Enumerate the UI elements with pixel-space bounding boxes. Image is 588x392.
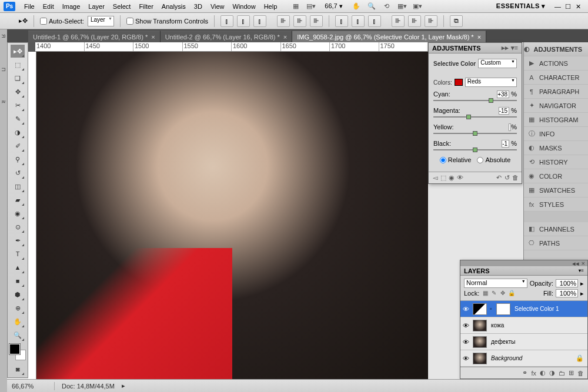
slider-track[interactable] xyxy=(433,133,517,134)
slider-thumb[interactable] xyxy=(466,115,471,119)
menu-help[interactable]: Help xyxy=(260,3,282,10)
adjustment-preset-select[interactable]: Custom xyxy=(478,59,517,68)
menu-edit[interactable]: Edit xyxy=(39,3,58,10)
lock-all-icon[interactable]: 🔒 xyxy=(508,290,515,297)
reset-icon[interactable]: ↺ xyxy=(503,174,511,182)
eyedropper-tool[interactable]: ✎ xyxy=(11,112,25,125)
colors-select[interactable]: Reds xyxy=(465,78,517,87)
layer-mask-thumb[interactable] xyxy=(496,303,510,315)
show-transform-checkbox[interactable]: Show Transform Controls xyxy=(126,18,208,25)
add-mask-icon[interactable]: ◐ xyxy=(540,369,546,377)
distribute-vcenter-icon[interactable]: ⫿ xyxy=(352,15,365,27)
document-tab[interactable]: Untitled-1 @ 66,7% (Layer 20, RGB/8) *× xyxy=(28,31,161,42)
layer-visibility-icon[interactable]: 👁 xyxy=(460,339,471,346)
status-zoom[interactable]: 66,67% xyxy=(12,383,47,390)
auto-align-icon[interactable]: ⧉ xyxy=(450,15,463,27)
delete-adjustment-icon[interactable]: 🗑 xyxy=(511,174,519,182)
opacity-input[interactable]: 100% xyxy=(556,279,578,287)
layer-name[interactable]: дефекты xyxy=(489,339,587,345)
layer-visibility-icon[interactable]: 👁 xyxy=(460,322,471,329)
dock-item-character[interactable]: ACHARACTER xyxy=(524,71,588,85)
path-select-tool[interactable]: ▲ xyxy=(11,261,25,274)
adjustments-panel-header[interactable]: ADJUSTMENTS ▸▸▾≡ xyxy=(429,43,522,53)
hand-tool-icon[interactable]: ✋ xyxy=(351,1,362,12)
slider-thumb[interactable] xyxy=(473,148,477,152)
type-tool[interactable]: T xyxy=(11,247,25,260)
auto-select-checkbox[interactable]: Auto-Select: xyxy=(40,18,84,25)
menu-3d[interactable]: 3D xyxy=(190,3,206,10)
fill-input[interactable]: 100% xyxy=(556,289,578,297)
align-left-icon[interactable]: ⊪ xyxy=(277,15,290,27)
layer-thumb-icon[interactable] xyxy=(473,353,487,364)
distribute-hcenter-icon[interactable]: ⊪ xyxy=(408,15,421,27)
dock-item-paths[interactable]: ⎔PATHS xyxy=(524,236,588,250)
pen-tool[interactable]: ✒ xyxy=(11,234,25,247)
move-tool[interactable]: ▸✥ xyxy=(11,45,25,58)
slider-value-input[interactable]: -15 xyxy=(499,107,509,115)
crop-tool[interactable]: ✂ xyxy=(11,99,25,112)
distribute-right-icon[interactable]: ⊪ xyxy=(425,15,437,27)
quick-mask-tool[interactable]: ◙ xyxy=(11,363,25,376)
foreground-color-swatch[interactable] xyxy=(9,344,20,354)
layer-visibility-icon[interactable]: 👁 xyxy=(460,355,471,362)
layer-thumb-icon[interactable] xyxy=(473,336,487,348)
layer-row[interactable]: 👁кожа xyxy=(460,317,587,334)
menu-layer[interactable]: Layer xyxy=(84,3,109,10)
lock-position-icon[interactable]: ✥ xyxy=(499,290,506,297)
slider-track[interactable] xyxy=(433,149,517,150)
panel-collapse-icon[interactable]: ◂◂ xyxy=(572,260,579,267)
close-icon[interactable]: × xyxy=(151,33,155,41)
layer-name[interactable]: Selective Color 1 xyxy=(512,306,587,312)
layer-thumb-icon[interactable] xyxy=(473,320,487,331)
distribute-bottom-icon[interactable]: ⫿ xyxy=(368,15,381,27)
spot-healing-tool[interactable]: ◑ xyxy=(11,126,25,139)
mini-bridge-icon[interactable]: ▤▾ xyxy=(306,1,316,12)
slider-track[interactable] xyxy=(433,100,517,101)
3d-camera-tool[interactable]: ⊕ xyxy=(11,301,25,314)
slider-value-input[interactable]: -1 xyxy=(502,140,509,148)
lock-pixels-icon[interactable]: ✎ xyxy=(490,290,497,297)
layer-fx-icon[interactable]: fx xyxy=(531,370,536,377)
dock-item-swatches[interactable]: ▦SWATCHES xyxy=(524,183,588,197)
dock-adjustments-header[interactable]: ◐ADJUSTMENTS xyxy=(524,42,588,56)
dock-item-styles[interactable]: fxSTYLES xyxy=(524,197,588,212)
clip-to-layer-icon[interactable]: ◉ xyxy=(447,174,456,182)
absolute-radio[interactable]: Absolute xyxy=(477,156,510,163)
link-icon[interactable]: ⚬ xyxy=(489,306,495,312)
align-top-icon[interactable]: ⫿ xyxy=(220,15,233,27)
dock-item-actions[interactable]: ▶ACTIONS xyxy=(524,56,588,71)
panel-close-icon[interactable]: × xyxy=(582,260,585,267)
layer-visibility-icon[interactable]: 👁 xyxy=(460,306,471,313)
layer-name[interactable]: кожа xyxy=(489,322,587,329)
menu-file[interactable]: File xyxy=(20,3,39,10)
new-layer-icon[interactable]: ⊞ xyxy=(569,369,574,377)
history-brush-tool[interactable]: ↺ xyxy=(11,166,25,179)
dock-item-channels[interactable]: ◧CHANNELS xyxy=(524,222,588,236)
brush-tool[interactable]: ✐ xyxy=(11,139,25,152)
3d-tool[interactable]: ⬢ xyxy=(11,288,25,301)
gradient-tool[interactable]: ▰ xyxy=(11,193,25,206)
color-swatches[interactable] xyxy=(9,344,26,360)
menu-filter[interactable]: Filter xyxy=(135,3,157,10)
previous-state-icon[interactable]: ↶ xyxy=(495,174,503,182)
zoom-tool-icon[interactable]: 🔍 xyxy=(366,1,377,12)
slider-thumb[interactable] xyxy=(489,98,493,103)
panel-expand-icon[interactable]: ▸▸ xyxy=(502,44,509,52)
clone-stamp-tool[interactable]: ⚲ xyxy=(11,153,25,166)
lasso-tool[interactable]: ❑ xyxy=(11,72,25,85)
toggle-visibility-icon[interactable]: 👁 xyxy=(456,174,464,182)
expand-view-icon[interactable]: ⬚ xyxy=(439,174,447,182)
align-bottom-icon[interactable]: ⫿ xyxy=(253,15,266,27)
align-hcenter-icon[interactable]: ⊪ xyxy=(293,15,306,27)
dock-item-paragraph[interactable]: ¶PARAGRAPH xyxy=(524,85,588,99)
status-doc-info[interactable]: Doc: 14,8M/44,5M xyxy=(62,383,115,390)
layers-panel-header[interactable]: LAYERS▾≡ xyxy=(460,266,587,276)
delete-layer-icon[interactable]: 🗑 xyxy=(577,370,584,377)
rotate-view-icon[interactable]: ⟲ xyxy=(382,1,392,12)
lock-transparency-icon[interactable]: ▦ xyxy=(482,290,489,297)
screen-mode-icon[interactable]: ▣▾ xyxy=(412,1,423,12)
menu-analysis[interactable]: Analysis xyxy=(158,3,190,10)
shape-tool[interactable]: ■ xyxy=(11,274,25,287)
menu-image[interactable]: Image xyxy=(58,3,85,10)
menu-view[interactable]: View xyxy=(206,3,229,10)
